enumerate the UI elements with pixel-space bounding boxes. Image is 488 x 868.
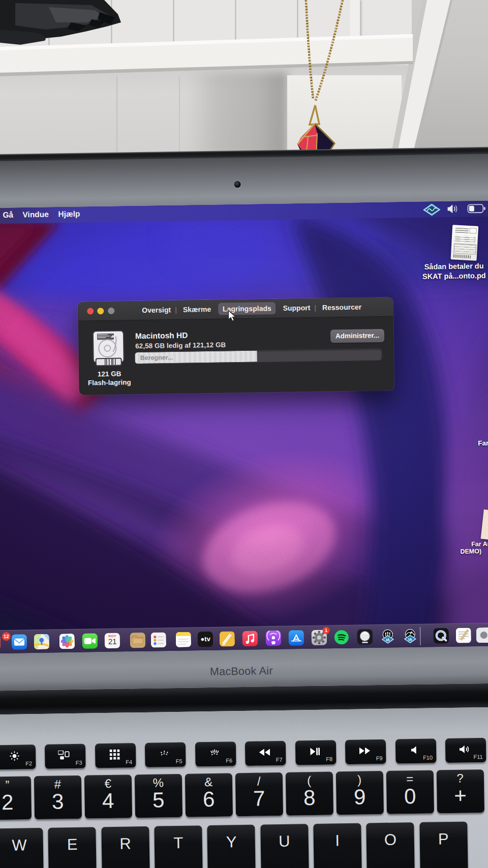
svg-text:IA: IA (408, 637, 412, 642)
svg-text:IA: IA (386, 638, 390, 642)
